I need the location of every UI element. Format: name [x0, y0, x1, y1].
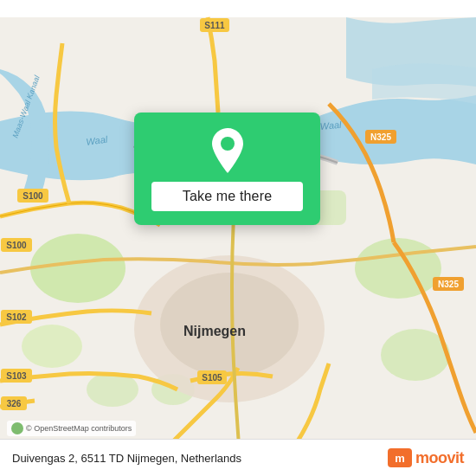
moovit-logo: m moovit — [388, 448, 464, 467]
osm-attribution: © OpenStreetMap contributors — [7, 421, 136, 436]
svg-point-37 — [221, 137, 235, 151]
map-background: S111 S100 S100 S102 S103 326 S104 S105 S… — [0, 0, 476, 476]
map-container: S111 S100 S100 S102 S103 326 S104 S105 S… — [0, 0, 476, 476]
svg-text:Waal: Waal — [319, 119, 342, 132]
svg-text:S105: S105 — [202, 373, 222, 383]
bottom-bar: Duivengas 2, 6511 TD Nijmegen, Netherlan… — [0, 439, 476, 476]
svg-point-4 — [22, 325, 82, 368]
svg-point-1 — [30, 234, 125, 303]
svg-text:S111: S111 — [204, 21, 225, 30]
location-pin-icon — [209, 128, 247, 173]
moovit-logo-icon: m — [388, 448, 412, 467]
svg-text:N325: N325 — [438, 280, 459, 289]
svg-text:326: 326 — [7, 399, 22, 408]
take-me-there-button[interactable]: Take me there — [151, 182, 303, 211]
svg-text:S103: S103 — [6, 371, 27, 381]
svg-text:N325: N325 — [370, 132, 391, 142]
osm-logo-icon — [11, 422, 23, 434]
osm-attribution-text: © OpenStreetMap contributors — [26, 424, 132, 433]
location-card: Take me there — [134, 113, 320, 225]
svg-text:m: m — [395, 452, 405, 465]
address-label: Duivengas 2, 6511 TD Nijmegen, Netherlan… — [12, 452, 241, 465]
svg-text:S100: S100 — [6, 241, 27, 250]
svg-text:S102: S102 — [6, 312, 27, 322]
svg-text:S100: S100 — [23, 191, 43, 201]
svg-text:Nijmegen: Nijmegen — [183, 324, 246, 338]
moovit-brand-text: moovit — [415, 449, 464, 467]
